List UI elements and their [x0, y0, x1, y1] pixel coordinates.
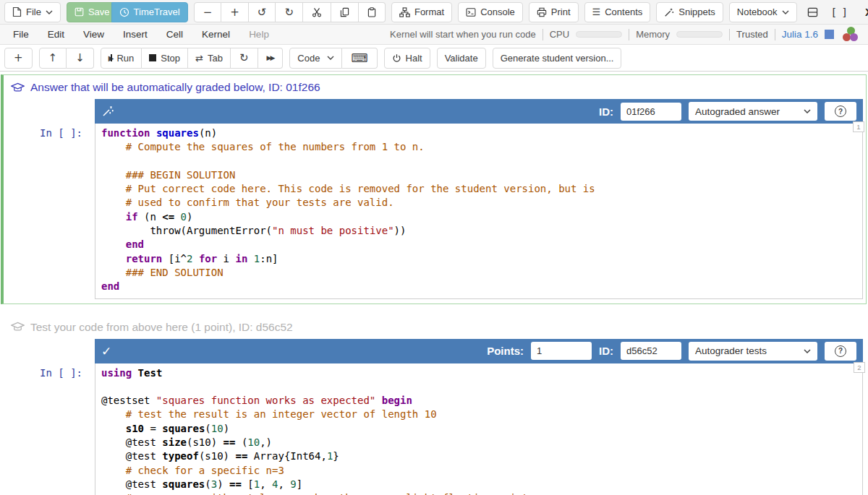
- terminal-icon: [466, 7, 476, 17]
- chevron-down-icon: [327, 56, 334, 60]
- chevron-down-icon: [46, 10, 53, 14]
- cpu-label: CPU: [550, 29, 569, 40]
- cocalc-jupyter-window: File Save TimeTravel − + ↺ ↻: [0, 0, 868, 495]
- brackets-icon: [ ]: [833, 7, 848, 18]
- paste-button[interactable]: [359, 2, 386, 22]
- menu-view[interactable]: View: [74, 29, 114, 40]
- power-icon: [392, 53, 401, 63]
- trusted-badge: Trusted: [736, 29, 768, 40]
- keyboard-icon: ⌨: [351, 51, 367, 65]
- redo-button[interactable]: ↻: [276, 2, 303, 22]
- chevron-down-icon: [782, 10, 789, 14]
- cell-grade-type-select[interactable]: Autograder tests: [689, 342, 817, 361]
- fast-forward-icon: ▶▶: [267, 54, 274, 61]
- validate-button[interactable]: Validate: [437, 48, 486, 69]
- copy-button[interactable]: [331, 2, 359, 22]
- chevron-down-icon: [804, 109, 811, 113]
- cell-toolbar: + ↑ ↓ ▶ Run Stop ⇄ Tab ↻ ▶▶ Code: [0, 45, 868, 72]
- menu-help[interactable]: Help: [239, 29, 278, 40]
- menu-cell[interactable]: Cell: [157, 29, 192, 40]
- cell-autograded-answer[interactable]: Answer that will be automatically graded…: [1, 74, 867, 304]
- tab-button[interactable]: ⇄ Tab: [188, 48, 231, 69]
- halt-button[interactable]: Halt: [384, 48, 430, 69]
- graduation-cap-icon: [11, 322, 25, 332]
- keyboard-shortcuts-button[interactable]: ⌨: [342, 48, 377, 69]
- separator: [629, 29, 629, 40]
- julia-logo-icon: [841, 27, 858, 43]
- arrow-up-icon: ↑: [48, 51, 58, 64]
- move-cell-group: ↑ ↓: [39, 48, 94, 69]
- nbgrader-toolbar: ✓ Points: ID: Autograder tests ?: [95, 339, 863, 363]
- input-prompt: In [ ]:: [7, 363, 95, 495]
- stop-button[interactable]: Stop: [142, 48, 188, 69]
- file-menu-button[interactable]: File: [4, 2, 61, 22]
- zoom-out-button[interactable]: −: [194, 2, 222, 22]
- contents-button[interactable]: ☰ Contents: [584, 2, 651, 22]
- cell-header-text: Test your code from above here (1 point)…: [30, 321, 293, 334]
- undo-button[interactable]: ↺: [249, 2, 276, 22]
- console-button[interactable]: Console: [458, 2, 523, 22]
- cell-points-input[interactable]: [531, 342, 592, 360]
- print-button[interactable]: Print: [529, 2, 579, 22]
- memory-label: Memory: [636, 29, 670, 40]
- code-editor[interactable]: function squares(n) # Compute the square…: [95, 124, 863, 299]
- minus-icon: −: [203, 6, 213, 19]
- edit-button-group: − + ↺ ↻: [194, 2, 386, 22]
- check-icon: ✓: [101, 344, 111, 358]
- close-frame-button[interactable]: X ⇲: [858, 2, 868, 22]
- menu-edit[interactable]: Edit: [38, 29, 74, 40]
- code-input-row: In [ ]: using Test @testset "squares fun…: [7, 363, 863, 495]
- timetravel-button[interactable]: TimeTravel: [111, 2, 188, 22]
- zoom-in-button[interactable]: +: [221, 2, 249, 22]
- insert-cell-button[interactable]: +: [4, 48, 33, 69]
- split-frame-button[interactable]: [803, 2, 822, 22]
- frame-toolbar: File Save TimeTravel − + ↺ ↻: [0, 0, 868, 25]
- fullscreen-button[interactable]: [ ]: [828, 2, 852, 22]
- split-horizontal-icon: [807, 7, 818, 17]
- save-button[interactable]: Save: [67, 2, 118, 22]
- run-control-group: ▶ Run Stop ⇄ Tab ↻ ▶▶: [101, 48, 284, 69]
- clock-icon: [119, 7, 129, 17]
- cell-grade-type-select[interactable]: Autograded answer: [689, 102, 817, 121]
- input-prompt: In [ ]:: [7, 124, 95, 299]
- kernel-name[interactable]: Julia 1.6: [782, 29, 818, 40]
- scissors-icon: [312, 7, 322, 17]
- move-cell-up-button[interactable]: ↑: [39, 48, 67, 69]
- play-icon: ▶: [109, 54, 113, 62]
- id-label: ID:: [599, 345, 613, 357]
- chevron-down-icon: [804, 349, 811, 353]
- run-all-button[interactable]: ▶▶: [258, 48, 284, 69]
- nbgrader-toolbar: ID: Autograded answer ?: [95, 99, 863, 124]
- run-cell-button[interactable]: ▶ Run: [101, 48, 142, 69]
- notebook-menu-button[interactable]: Notebook: [729, 2, 797, 22]
- cell-index-badge: 2: [854, 362, 865, 373]
- cut-button[interactable]: [303, 2, 331, 22]
- nbgrader-cell-header: Answer that will be automatically graded…: [7, 78, 863, 99]
- question-mark-icon: ?: [835, 345, 846, 357]
- code-editor[interactable]: using Test @testset "squares function wo…: [95, 363, 863, 495]
- cell-id-input[interactable]: [621, 342, 681, 360]
- snippets-button[interactable]: Snippets: [656, 2, 723, 22]
- magic-wand-icon: [101, 105, 114, 118]
- menu-insert[interactable]: Insert: [114, 29, 157, 40]
- separator: [775, 29, 775, 40]
- format-button[interactable]: Format: [391, 2, 452, 22]
- nbgrader-help-button[interactable]: ?: [825, 102, 856, 121]
- cell-id-input[interactable]: [621, 103, 681, 121]
- copy-icon: [340, 7, 349, 17]
- cell-index-badge: 1: [853, 121, 864, 132]
- question-mark-icon: ?: [835, 106, 846, 117]
- printer-icon: [537, 7, 547, 17]
- kernel-status-area: Kernel will start when you run code CPU …: [390, 27, 858, 43]
- cell-autograder-tests[interactable]: Test your code from above here (1 point)…: [1, 314, 867, 495]
- nbgrader-help-button[interactable]: ?: [825, 342, 856, 361]
- cell-type-select[interactable]: Code: [289, 48, 342, 69]
- menu-file[interactable]: File: [10, 29, 38, 40]
- magic-wand-icon: [664, 7, 674, 17]
- notebook-body: Answer that will be automatically graded…: [0, 72, 868, 495]
- menu-kernel[interactable]: Kernel: [192, 29, 239, 40]
- generate-student-version-button[interactable]: Generate student version...: [493, 48, 622, 69]
- paste-icon: [367, 7, 376, 17]
- move-cell-down-button[interactable]: ↓: [67, 48, 94, 69]
- restart-kernel-button[interactable]: ↻: [231, 48, 258, 69]
